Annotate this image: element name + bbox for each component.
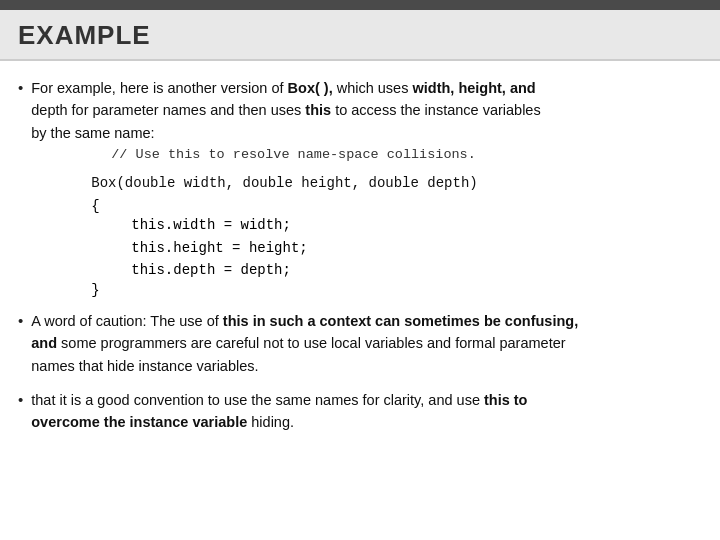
slide-title: EXAMPLE [18, 20, 151, 50]
bullet-content-3: that it is a good convention to use the … [31, 389, 527, 434]
code-line-3: this.depth = depth; [131, 259, 540, 281]
code-body: this.width = width; this.height = height… [131, 214, 540, 281]
bullet-content-1: For example, here is another version of … [31, 77, 540, 298]
bullet-dot-3: • [18, 391, 23, 408]
bold-width-height: width, height, and [412, 80, 535, 96]
code-line-1: this.width = width; [131, 214, 540, 236]
content-area: • For example, here is another version o… [0, 61, 720, 456]
bold-this-to: this to [484, 392, 528, 408]
code-comment: // Use this to resolve name-space collis… [111, 144, 540, 166]
code-close-brace: } [91, 282, 540, 298]
bold-overcome: overcome the instance variable [31, 414, 247, 430]
code-signature: Box(double width, double height, double … [91, 172, 540, 194]
title-area: EXAMPLE [0, 10, 720, 61]
slide-container: EXAMPLE • For example, here is another v… [0, 0, 720, 540]
code-line-2: this.height = height; [131, 237, 540, 259]
code-open-brace: { [91, 198, 540, 214]
bold-and: and [31, 335, 57, 351]
bullet-text-3: that it is a good convention to use the … [31, 392, 527, 430]
bullet-content-2: A word of caution: The use of this in su… [31, 310, 578, 377]
bullet-dot-1: • [18, 79, 23, 96]
bullet-dot-2: • [18, 312, 23, 329]
bold-this-1: this [305, 102, 331, 118]
header-bar [0, 0, 720, 10]
bullet-text-2: A word of caution: The use of this in su… [31, 313, 578, 374]
bold-box: Box( ), [288, 80, 333, 96]
bullet-item-1: • For example, here is another version o… [18, 77, 702, 298]
bullet-text-1: For example, here is another version of … [31, 80, 540, 141]
bold-this-context: this in such a context can sometimes be … [223, 313, 578, 329]
bullet-item-2: • A word of caution: The use of this in … [18, 310, 702, 377]
bullet-item-3: • that it is a good convention to use th… [18, 389, 702, 434]
